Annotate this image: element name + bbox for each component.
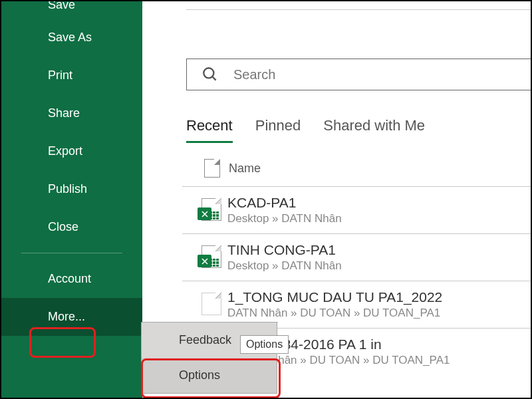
sidebar-label: Publish bbox=[48, 182, 87, 196]
file-name: 1_TONG MUC DAU TU PA1_2022 bbox=[227, 289, 528, 305]
tab-recent[interactable]: Recent bbox=[186, 117, 233, 143]
tab-pinned[interactable]: Pinned bbox=[255, 117, 301, 143]
excel-file-icon bbox=[192, 198, 227, 222]
sidebar-label: Close bbox=[48, 220, 78, 233]
submenu-label: Feedback bbox=[179, 333, 231, 346]
file-name: KCAD-PA1 bbox=[227, 195, 528, 211]
search-box[interactable] bbox=[186, 59, 532, 90]
divider bbox=[186, 9, 532, 10]
file-path: Desktop » DATN Nhân bbox=[227, 259, 528, 273]
sidebar-item-close[interactable]: Close bbox=[1, 208, 142, 246]
tooltip-options: Options bbox=[240, 335, 289, 354]
sidebar-label: Save bbox=[48, 0, 75, 11]
file-name: TINH CONG-PA1 bbox=[227, 242, 528, 258]
backstage-sidebar: Save Save As Print Share Export Publish … bbox=[1, 1, 142, 398]
sidebar-divider bbox=[21, 253, 122, 253]
tooltip-text: Options bbox=[246, 338, 283, 350]
document-icon bbox=[196, 159, 229, 178]
search-icon bbox=[187, 66, 233, 83]
sidebar-item-more[interactable]: More... bbox=[1, 298, 142, 336]
file-row[interactable]: 1_TONG MUC DAU TU PA1_2022 DATN Nhân » D… bbox=[182, 281, 532, 328]
svg-point-0 bbox=[203, 68, 213, 78]
divider bbox=[186, 143, 532, 144]
sidebar-item-export[interactable]: Export bbox=[1, 132, 142, 170]
search-input[interactable] bbox=[233, 67, 532, 82]
submenu-label: Options bbox=[179, 368, 220, 382]
file-path: DATN Nhân » DU TOAN » DU TOAN_PA1 bbox=[227, 307, 528, 320]
sidebar-label: Save As bbox=[48, 31, 92, 44]
sidebar-item-saveas[interactable]: Save As bbox=[1, 19, 142, 57]
sidebar-item-save[interactable]: Save bbox=[1, 0, 142, 19]
sidebar-label: Share bbox=[48, 106, 80, 120]
tab-label: Shared with Me bbox=[323, 117, 425, 134]
column-headers: Name bbox=[196, 159, 531, 178]
column-name: Name bbox=[229, 162, 261, 176]
file-text: TINH CONG-PA1 Desktop » DATN Nhân bbox=[227, 242, 528, 273]
submenu-item-options[interactable]: Options bbox=[142, 358, 277, 393]
more-submenu: Feedback Options bbox=[141, 322, 277, 394]
file-row[interactable]: KCAD-PA1 Desktop » DATN Nhân bbox=[182, 186, 532, 233]
file-path: Desktop » DATN Nhân bbox=[227, 212, 528, 225]
excel-file-icon bbox=[192, 293, 227, 317]
file-text: KCAD-PA1 Desktop » DATN Nhân bbox=[227, 195, 528, 225]
sidebar-item-share[interactable]: Share bbox=[1, 94, 142, 132]
svg-line-1 bbox=[212, 76, 215, 80]
tab-label: Pinned bbox=[255, 117, 301, 134]
sidebar-item-print[interactable]: Print bbox=[1, 57, 142, 94]
sidebar-label: More... bbox=[48, 310, 85, 323]
file-tabs: Recent Pinned Shared with Me bbox=[186, 117, 425, 143]
tab-label: Recent bbox=[186, 117, 233, 134]
file-text: 1_TONG MUC DAU TU PA1_2022 DATN Nhân » D… bbox=[227, 289, 528, 320]
sidebar-item-publish[interactable]: Publish bbox=[1, 170, 142, 208]
tab-shared[interactable]: Shared with Me bbox=[323, 117, 425, 143]
file-row[interactable]: TINH CONG-PA1 Desktop » DATN Nhân bbox=[182, 233, 532, 281]
sidebar-item-account[interactable]: Account bbox=[1, 260, 142, 298]
sidebar-label: Account bbox=[48, 272, 91, 285]
sidebar-label: Export bbox=[48, 144, 82, 158]
sidebar-label: Print bbox=[48, 68, 72, 82]
excel-file-icon bbox=[192, 245, 227, 269]
